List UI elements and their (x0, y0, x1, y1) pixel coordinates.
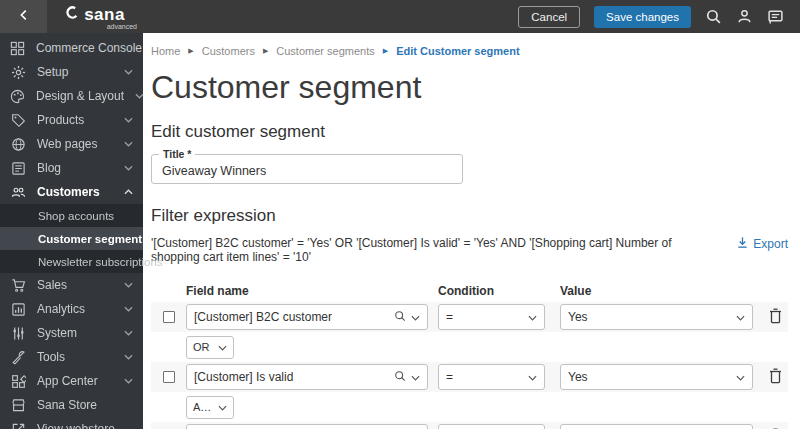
palette-icon (10, 89, 25, 104)
sidebar-item-label: Sana Store (37, 398, 97, 412)
export-button[interactable]: Export (736, 236, 788, 252)
search-icon[interactable] (705, 8, 722, 25)
wrench-icon (10, 350, 26, 365)
sidebar-item-commerce-console[interactable]: Commerce Console (0, 36, 143, 60)
breadcrumb-customers[interactable]: Customers (202, 45, 255, 57)
chevron-down-icon (218, 401, 227, 413)
title-input[interactable] (152, 155, 462, 183)
main-content: Home ▶ Customers ▶ Customer segments ▶ E… (143, 33, 800, 429)
sidebar-item-customers[interactable]: Customers (0, 180, 143, 204)
chevron-down-icon (124, 378, 133, 384)
sana-logo-mark (65, 5, 80, 24)
field-name-select[interactable]: [Customer] B2C customer (186, 304, 428, 330)
operator-row: OR (151, 332, 788, 362)
breadcrumb-separator-icon: ▶ (263, 47, 268, 55)
sidebar-item-products[interactable]: Products (0, 108, 143, 132)
breadcrumb-home[interactable]: Home (151, 45, 180, 57)
chevron-down-icon (124, 354, 133, 360)
sidebar-item-web-pages[interactable]: Web pages (0, 132, 143, 156)
chevron-down-icon (124, 141, 133, 147)
blog-icon (10, 161, 26, 176)
customers-submenu: Shop accounts Customer segments Newslett… (0, 204, 143, 273)
save-changes-button[interactable]: Save changes (594, 6, 691, 28)
sidebar-item-label: System (37, 326, 77, 340)
sidebar-item-app-center[interactable]: App Center (0, 369, 143, 393)
operator-row: AND (151, 392, 788, 422)
chevron-up-icon (124, 189, 133, 195)
filter-table: Field name Condition Value [Customer] B2… (151, 280, 788, 429)
sidebar-item-label: View webstore (37, 422, 115, 429)
back-button[interactable] (0, 0, 47, 33)
sub-item-label: Customer segments (38, 233, 149, 245)
sidebar-item-label: Commerce Console (36, 41, 142, 55)
sidebar-item-analytics[interactable]: Analytics (0, 297, 143, 321)
sidebar-item-view-webstore[interactable]: View webstore (0, 417, 143, 429)
chat-icon[interactable] (767, 8, 784, 25)
breadcrumb-separator-icon: ▶ (383, 47, 388, 55)
sidebar: Commerce Console Setup Design & Layout P… (0, 33, 143, 429)
title-field-label: Title * (159, 148, 195, 160)
sidebar-item-setup[interactable]: Setup (0, 60, 143, 84)
title-field: Title * (151, 154, 463, 184)
sidebar-item-label: Blog (37, 161, 61, 175)
field-name-select[interactable]: [Shopping cart] Number of shopping cart … (186, 424, 428, 429)
gear-icon (10, 65, 26, 80)
sidebar-item-label: App Center (37, 374, 98, 388)
chevron-down-icon (124, 165, 133, 171)
sidebar-item-system[interactable]: System (0, 321, 143, 345)
value-select[interactable]: Yes (560, 364, 753, 390)
sidebar-item-tools[interactable]: Tools (0, 345, 143, 369)
sidebar-item-design-layout[interactable]: Design & Layout (0, 84, 143, 108)
operator-select[interactable]: OR (186, 336, 234, 359)
value-select[interactable]: Yes (560, 304, 753, 330)
back-icon (17, 8, 31, 26)
value-input[interactable] (560, 424, 753, 429)
user-icon[interactable] (736, 8, 753, 25)
page-title: Customer segment (151, 69, 788, 106)
edit-section-title: Edit customer segment (151, 122, 788, 142)
delete-row-button[interactable] (768, 308, 783, 327)
row-checkbox[interactable] (163, 311, 175, 323)
delete-row-button[interactable] (768, 368, 783, 387)
search-icon (394, 370, 406, 385)
chevron-down-icon (124, 306, 133, 312)
chevron-down-icon (135, 93, 144, 99)
chevron-down-icon (124, 330, 133, 336)
chevron-down-icon (736, 370, 745, 384)
people-icon (10, 185, 26, 200)
bar-chart-icon (10, 302, 26, 317)
condition-select[interactable]: = (438, 304, 545, 330)
store-icon (10, 398, 26, 413)
cancel-button[interactable]: Cancel (518, 6, 580, 28)
operator-select[interactable]: AND (186, 396, 234, 419)
sidebar-item-shop-accounts[interactable]: Shop accounts (0, 204, 143, 227)
field-name-select[interactable]: [Customer] Is valid (186, 364, 428, 390)
chevron-down-icon (736, 310, 745, 324)
sidebar-item-customer-segments[interactable]: Customer segments (0, 227, 143, 250)
sidebar-item-sales[interactable]: Sales (0, 273, 143, 297)
sidebar-item-label: Analytics (37, 302, 85, 316)
breadcrumb-separator-icon: ▶ (188, 47, 193, 55)
chevron-down-icon (218, 341, 227, 353)
condition-select[interactable]: = (438, 364, 545, 390)
apps-icon (10, 374, 26, 389)
chevron-down-icon (124, 282, 133, 288)
sidebar-item-sana-store[interactable]: Sana Store (0, 393, 143, 417)
row-checkbox[interactable] (163, 371, 175, 383)
trash-icon (768, 368, 783, 387)
sidebar-item-label: Web pages (37, 137, 98, 151)
breadcrumb-customer-segments[interactable]: Customer segments (276, 45, 374, 57)
sidebar-item-label: Sales (37, 278, 67, 292)
dashboard-icon (10, 41, 25, 56)
filter-row: [Customer] B2C customer = Y (151, 302, 788, 332)
sidebar-item-blog[interactable]: Blog (0, 156, 143, 180)
sidebar-item-label: Setup (37, 65, 68, 79)
top-bar: sana advanced Cancel Save changes (0, 0, 800, 33)
filter-section-title: Filter expression (151, 206, 788, 226)
condition-select[interactable]: = (438, 424, 545, 429)
filter-expression-section: Filter expression '[Customer] B2C custom… (151, 206, 788, 429)
globe-icon (10, 137, 26, 152)
sidebar-item-newsletter-subscriptions[interactable]: Newsletter subscriptions (0, 250, 143, 273)
sub-item-label: Shop accounts (38, 210, 114, 222)
filter-row: [Shopping cart] Number of shopping cart … (151, 422, 788, 429)
